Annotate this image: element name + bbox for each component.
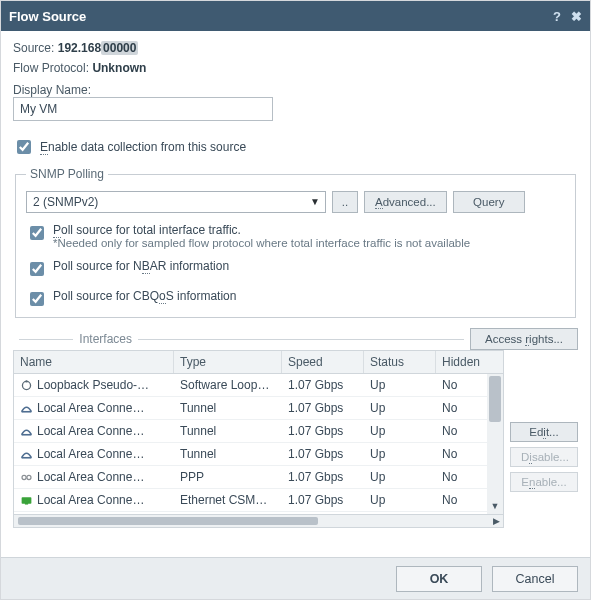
hscroll-thumb[interactable] bbox=[18, 517, 318, 525]
poll-total-note: *Needed only for sampled flow protocol w… bbox=[53, 237, 470, 249]
poll-total-label: Poll source for total interface traffic. bbox=[53, 223, 241, 238]
svg-point-6 bbox=[27, 475, 31, 479]
cell-hidden: No bbox=[436, 424, 486, 438]
close-icon[interactable]: ✖ bbox=[571, 9, 582, 24]
cell-name: Local Area Conne… bbox=[37, 401, 144, 415]
poll-nbar-checkbox[interactable] bbox=[30, 262, 44, 276]
poll-total-row: Poll source for total interface traffic.… bbox=[26, 223, 565, 249]
chevron-down-icon[interactable]: ▼ bbox=[487, 498, 503, 514]
flow-protocol-row: Flow Protocol: Unknown bbox=[13, 61, 578, 75]
horizontal-scrollbar[interactable]: ◀ ▶ bbox=[13, 514, 504, 528]
poll-cbqos-row: Poll source for CBQoS information bbox=[26, 289, 565, 309]
svg-rect-8 bbox=[25, 502, 28, 504]
cell-hidden: No bbox=[436, 378, 486, 392]
access-rights-button[interactable]: Access rights... bbox=[470, 328, 578, 350]
help-icon[interactable]: ? bbox=[553, 9, 561, 24]
svg-point-1 bbox=[25, 380, 27, 382]
poll-total-checkbox[interactable] bbox=[30, 226, 44, 240]
disable-interface-button: Disable... bbox=[510, 447, 578, 467]
col-name[interactable]: Name bbox=[14, 351, 174, 373]
poll-nbar-row: Poll source for NBAR information bbox=[26, 259, 565, 279]
enable-interface-button: Enable... bbox=[510, 472, 578, 492]
col-hidden[interactable]: Hidden bbox=[436, 351, 486, 373]
cell-speed: 1.07 Gbps bbox=[282, 378, 364, 392]
snmp-top-row: ▼ .. Advanced... Query bbox=[26, 191, 565, 213]
snmp-version-select[interactable] bbox=[26, 191, 326, 213]
cell-hidden: No bbox=[436, 401, 486, 415]
snmp-legend: SNMP Polling bbox=[26, 167, 108, 181]
svg-rect-4 bbox=[22, 456, 32, 458]
enable-collection-label: Enable data collection from this source bbox=[40, 140, 246, 154]
snmp-advanced-button[interactable]: Advanced... bbox=[364, 191, 447, 213]
interface-type-icon bbox=[20, 379, 33, 392]
poll-cbqos-label: Poll source for CBQoS information bbox=[53, 289, 236, 303]
cell-name: Local Area Conne… bbox=[37, 493, 144, 507]
table-row[interactable]: Local Area Conne…Tunnel1.07 GbpsUpNo bbox=[14, 443, 487, 466]
cell-speed: 1.07 Gbps bbox=[282, 470, 364, 484]
enable-collection-checkbox[interactable] bbox=[17, 140, 31, 154]
cell-status: Up bbox=[364, 493, 436, 507]
svg-rect-2 bbox=[22, 410, 32, 412]
interface-side-buttons: Edit... Disable... Enable... bbox=[510, 422, 578, 528]
svg-rect-3 bbox=[22, 433, 32, 435]
vertical-scrollbar[interactable]: ▼ bbox=[487, 374, 503, 514]
table-header: Name Type Speed Status Hidden bbox=[13, 350, 504, 374]
interfaces-title: Interfaces bbox=[79, 332, 132, 346]
cell-speed: 1.07 Gbps bbox=[282, 401, 364, 415]
interface-type-icon bbox=[20, 471, 33, 484]
cell-speed: 1.07 Gbps bbox=[282, 493, 364, 507]
snmp-query-button[interactable]: Query bbox=[453, 191, 525, 213]
cell-type: PPP bbox=[174, 470, 282, 484]
table-row[interactable]: Local Area Conne…Ethernet CSM…1.07 GbpsU… bbox=[14, 489, 487, 512]
display-name-input[interactable] bbox=[13, 97, 273, 121]
cell-name: Local Area Conne… bbox=[37, 447, 144, 461]
poll-cbqos-checkbox[interactable] bbox=[30, 292, 44, 306]
poll-nbar-label: Poll source for NBAR information bbox=[53, 259, 229, 273]
table-row[interactable]: Local Area Conne…Tunnel1.07 GbpsUpNo bbox=[14, 420, 487, 443]
ok-button[interactable]: OK bbox=[396, 566, 482, 592]
source-value-masked: 00000 bbox=[101, 41, 138, 55]
cell-speed: 1.07 Gbps bbox=[282, 447, 364, 461]
cell-type: Software Loop… bbox=[174, 378, 282, 392]
interfaces-table: Name Type Speed Status Hidden Loopback P… bbox=[13, 350, 504, 528]
flow-source-dialog: Flow Source ? ✖ Source: 192.16800000 Flo… bbox=[0, 0, 591, 600]
table-row[interactable]: Local Area Conne…Tunnel1.07 GbpsUpNo bbox=[14, 397, 487, 420]
display-name-label: Display Name: bbox=[13, 83, 91, 98]
source-label: Source: bbox=[13, 41, 54, 55]
svg-rect-7 bbox=[22, 497, 32, 504]
cell-name: Loopback Pseudo-… bbox=[37, 378, 149, 392]
cell-status: Up bbox=[364, 470, 436, 484]
col-status[interactable]: Status bbox=[364, 351, 436, 373]
svg-point-0 bbox=[22, 381, 30, 389]
interfaces-header: Interfaces Access rights... bbox=[13, 328, 578, 350]
interfaces-body: Name Type Speed Status Hidden Loopback P… bbox=[13, 350, 578, 528]
cancel-button[interactable]: Cancel bbox=[492, 566, 578, 592]
edit-interface-button[interactable]: Edit... bbox=[510, 422, 578, 442]
flow-protocol-label: Flow Protocol: bbox=[13, 61, 89, 75]
chevron-right-icon[interactable]: ▶ bbox=[489, 516, 503, 526]
cell-status: Up bbox=[364, 424, 436, 438]
title-bar: Flow Source ? ✖ bbox=[1, 1, 590, 31]
snmp-polling-group: SNMP Polling ▼ .. Advanced... Query Poll… bbox=[15, 167, 576, 318]
cell-type: Ethernet CSM… bbox=[174, 493, 282, 507]
cell-name: Local Area Conne… bbox=[37, 470, 144, 484]
source-row: Source: 192.16800000 bbox=[13, 41, 578, 55]
cell-speed: 1.07 Gbps bbox=[282, 424, 364, 438]
flow-protocol-value: Unknown bbox=[92, 61, 146, 75]
dialog-footer: OK Cancel bbox=[1, 557, 590, 599]
source-value: 192.168 bbox=[58, 41, 101, 55]
col-speed[interactable]: Speed bbox=[282, 351, 364, 373]
table-row[interactable]: Local Area Conne…PPP1.07 GbpsUpNo bbox=[14, 466, 487, 489]
enable-collection-row: Enable data collection from this source bbox=[13, 137, 578, 157]
interface-type-icon bbox=[20, 425, 33, 438]
col-type[interactable]: Type bbox=[174, 351, 282, 373]
cell-name: Local Area Conne… bbox=[37, 424, 144, 438]
cell-hidden: No bbox=[436, 470, 486, 484]
vscroll-thumb[interactable] bbox=[489, 376, 501, 422]
svg-point-5 bbox=[22, 475, 26, 479]
display-name-row: Display Name: bbox=[13, 83, 578, 121]
cell-type: Tunnel bbox=[174, 401, 282, 415]
snmp-credential-button[interactable]: .. bbox=[332, 191, 358, 213]
interface-type-icon bbox=[20, 402, 33, 415]
table-row[interactable]: Loopback Pseudo-…Software Loop…1.07 Gbps… bbox=[14, 374, 487, 397]
